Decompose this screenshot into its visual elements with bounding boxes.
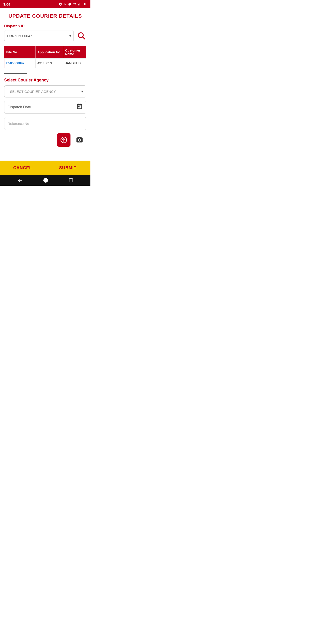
recents-nav-button[interactable] bbox=[69, 178, 73, 183]
status-bar: 3:04 bbox=[0, 0, 90, 8]
status-time: 3:04 bbox=[3, 2, 10, 6]
customer-name-cell: JAMSHED bbox=[63, 58, 86, 68]
submit-button[interactable]: SUBMIT bbox=[45, 160, 90, 175]
svg-line-1 bbox=[83, 37, 85, 39]
notification-icon bbox=[68, 2, 71, 6]
results-table: File No Application No Customer Name F50… bbox=[4, 46, 86, 68]
bottom-buttons: CANCEL SUBMIT bbox=[0, 160, 90, 175]
settings-icon bbox=[58, 2, 62, 6]
upload-icon bbox=[60, 136, 67, 144]
courier-agency-select[interactable]: --SELECT COURIER AGENCY-- bbox=[4, 86, 86, 97]
status-icons bbox=[58, 2, 87, 6]
dispatch-id-row: DBR505000047 ▾ bbox=[4, 30, 86, 41]
search-button[interactable] bbox=[76, 30, 86, 41]
battery-icon bbox=[82, 3, 87, 6]
col-header-appno: Application No bbox=[35, 46, 63, 58]
upload-row bbox=[4, 133, 86, 147]
recents-square-icon bbox=[69, 178, 73, 183]
courier-agency-label: Select Courier Agency bbox=[4, 78, 86, 82]
back-nav-button[interactable] bbox=[17, 178, 23, 183]
app-no-cell: 43115819 bbox=[35, 58, 63, 68]
dispatch-id-select[interactable]: DBR505000047 bbox=[4, 30, 73, 41]
file-no-cell[interactable]: F505000047 bbox=[4, 58, 35, 68]
table-row: F505000047 43115819 JAMSHED bbox=[4, 58, 86, 68]
search-icon bbox=[77, 31, 85, 40]
dispatch-date-button[interactable]: Dispatch Date bbox=[4, 101, 86, 114]
home-circle-icon bbox=[43, 178, 48, 183]
svg-point-3 bbox=[79, 139, 80, 141]
table-underline bbox=[4, 73, 27, 74]
dispatch-id-select-wrapper[interactable]: DBR505000047 ▾ bbox=[4, 30, 74, 41]
home-nav-button[interactable] bbox=[43, 178, 48, 183]
back-arrow-icon bbox=[17, 178, 23, 183]
courier-agency-select-wrapper[interactable]: --SELECT COURIER AGENCY-- ▾ bbox=[4, 86, 86, 98]
nav-bar bbox=[0, 175, 90, 186]
calendar-icon bbox=[76, 103, 83, 111]
main-content: UPDATE COURIER DETAILS Dispatch ID DBR50… bbox=[0, 8, 90, 160]
dispatch-id-label: Dispatch ID bbox=[4, 24, 86, 28]
play-icon bbox=[63, 2, 67, 6]
dispatch-date-label: Dispatch Date bbox=[8, 105, 31, 109]
wifi-icon bbox=[73, 2, 76, 6]
svg-rect-5 bbox=[69, 179, 73, 182]
col-header-custname: Customer Name bbox=[63, 46, 86, 58]
cancel-button[interactable]: CANCEL bbox=[0, 160, 45, 175]
camera-button[interactable] bbox=[73, 133, 86, 147]
svg-point-4 bbox=[43, 178, 48, 183]
col-header-fileno: File No bbox=[4, 46, 35, 58]
upload-button[interactable] bbox=[57, 133, 70, 147]
file-no-link[interactable]: F505000047 bbox=[6, 61, 24, 65]
signal-icon bbox=[78, 2, 81, 6]
camera-icon bbox=[76, 136, 83, 144]
reference-no-input[interactable] bbox=[4, 117, 86, 130]
page-title: UPDATE COURIER DETAILS bbox=[4, 13, 86, 19]
